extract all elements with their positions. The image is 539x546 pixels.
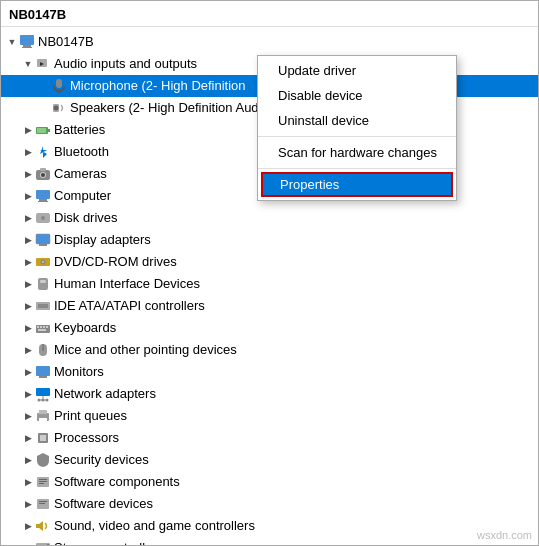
keyboard-icon [35, 320, 51, 336]
svg-rect-23 [39, 244, 47, 246]
item-label-hid: Human Interface Devices [54, 274, 200, 294]
expand-arrow-processors[interactable] [21, 428, 35, 448]
item-label-keyboards: Keyboards [54, 318, 116, 338]
expand-arrow-ide[interactable] [21, 296, 35, 316]
tree-item-hid[interactable]: Human Interface Devices [1, 273, 538, 295]
tree-item-storage[interactable]: Storage controllers [1, 537, 538, 545]
watermark: wsxdn.com [477, 529, 532, 541]
expand-arrow-computer[interactable] [21, 186, 35, 206]
expand-arrow-softdevices[interactable] [21, 494, 35, 514]
svg-rect-55 [39, 481, 47, 482]
expand-arrow-audio[interactable] [21, 54, 35, 74]
tree-item-security[interactable]: Security devices [1, 449, 538, 471]
item-label-software: Software components [54, 472, 180, 492]
svg-marker-60 [36, 521, 43, 531]
expand-arrow-display[interactable] [21, 230, 35, 250]
tree-item-display[interactable]: Display adapters [1, 229, 538, 251]
expand-arrow-sound[interactable] [21, 516, 35, 536]
tree-item-softdevices[interactable]: Software devices [1, 493, 538, 515]
item-label-monitors: Monitors [54, 362, 104, 382]
expand-arrow-mice[interactable] [21, 340, 35, 360]
expand-arrow-root[interactable] [5, 32, 19, 52]
tree-item-root[interactable]: NB0147B [1, 31, 538, 53]
tree-item-monitors[interactable]: Monitors [1, 361, 538, 383]
tree-item-sound[interactable]: Sound, video and game controllers [1, 515, 538, 537]
software-icon [35, 474, 51, 490]
expand-arrow-dvd[interactable] [21, 252, 35, 272]
svg-rect-50 [39, 418, 47, 422]
svg-rect-1 [23, 45, 31, 47]
item-label-batteries: Batteries [54, 120, 105, 140]
processor-icon [35, 430, 51, 446]
expand-arrow-storage[interactable] [21, 538, 35, 545]
item-label-sound: Sound, video and game controllers [54, 516, 255, 536]
svg-rect-40 [39, 376, 47, 378]
separator [258, 136, 456, 137]
expand-arrow-batteries[interactable] [21, 120, 35, 140]
monitor-icon [35, 364, 51, 380]
svg-rect-36 [38, 329, 46, 331]
svg-point-15 [41, 173, 45, 177]
speakers-icon [51, 100, 67, 116]
separator [258, 168, 456, 169]
expand-arrow-diskdrives[interactable] [21, 208, 35, 228]
svg-rect-58 [39, 501, 47, 502]
device-manager-window: NB0147B NB0147BAudio inputs and outputsM… [0, 0, 539, 546]
context-menu-item-disable[interactable]: Disable device [258, 83, 456, 108]
svg-rect-59 [39, 503, 45, 504]
item-label-dvd: DVD/CD-ROM drives [54, 252, 177, 272]
context-menu-item-scan[interactable]: Scan for hardware changes [258, 140, 456, 165]
title-bar: NB0147B [1, 1, 538, 27]
item-label-bluetooth: Bluetooth [54, 142, 109, 162]
ide-icon [35, 298, 51, 314]
svg-rect-54 [39, 479, 47, 480]
svg-point-26 [42, 261, 44, 263]
item-label-display: Display adapters [54, 230, 151, 250]
security-icon [35, 452, 51, 468]
expand-arrow-print[interactable] [21, 406, 35, 426]
tree-item-processors[interactable]: Processors [1, 427, 538, 449]
svg-rect-35 [46, 326, 48, 328]
item-label-softdevices: Software devices [54, 494, 153, 514]
bluetooth-icon [35, 144, 51, 160]
window-title: NB0147B [9, 7, 66, 22]
expand-arrow-cameras[interactable] [21, 164, 35, 184]
tree-item-mice[interactable]: Mice and other pointing devices [1, 339, 538, 361]
item-label-root: NB0147B [38, 32, 94, 52]
svg-rect-5 [56, 79, 62, 88]
expand-arrow-security[interactable] [21, 450, 35, 470]
context-menu-item-uninstall[interactable]: Uninstall device [258, 108, 456, 133]
expand-arrow-hid[interactable] [21, 274, 35, 294]
svg-rect-18 [39, 199, 47, 201]
svg-rect-16 [40, 168, 46, 171]
computer-icon [19, 34, 35, 50]
dvd-icon [35, 254, 51, 270]
display-icon [35, 232, 51, 248]
context-menu-item-properties[interactable]: Properties [261, 172, 453, 197]
expand-arrow-bluetooth[interactable] [21, 142, 35, 162]
tree-item-network[interactable]: Network adapters [1, 383, 538, 405]
expand-arrow-monitors[interactable] [21, 362, 35, 382]
svg-rect-52 [40, 435, 46, 441]
context-menu-item-update[interactable]: Update driver [258, 58, 456, 83]
svg-rect-56 [39, 483, 44, 484]
expand-arrow-software[interactable] [21, 472, 35, 492]
device-tree[interactable]: NB0147BAudio inputs and outputsMicrophon… [1, 27, 538, 545]
tree-item-keyboards[interactable]: Keyboards [1, 317, 538, 339]
tree-item-diskdrives[interactable]: Disk drives [1, 207, 538, 229]
svg-rect-17 [36, 190, 50, 199]
tree-item-software[interactable]: Software components [1, 471, 538, 493]
battery-icon [35, 122, 51, 138]
hid-icon [35, 276, 51, 292]
expand-arrow-keyboards[interactable] [21, 318, 35, 338]
item-label-processors: Processors [54, 428, 119, 448]
expand-arrow-network[interactable] [21, 384, 35, 404]
tree-item-ide[interactable]: IDE ATA/ATAPI controllers [1, 295, 538, 317]
context-menu: Update driverDisable deviceUninstall dev… [257, 55, 457, 201]
camera-icon [35, 166, 51, 182]
computer2-icon [35, 188, 51, 204]
tree-item-dvd[interactable]: DVD/CD-ROM drives [1, 251, 538, 273]
item-label-print: Print queues [54, 406, 127, 426]
item-label-network: Network adapters [54, 384, 156, 404]
tree-item-print[interactable]: Print queues [1, 405, 538, 427]
